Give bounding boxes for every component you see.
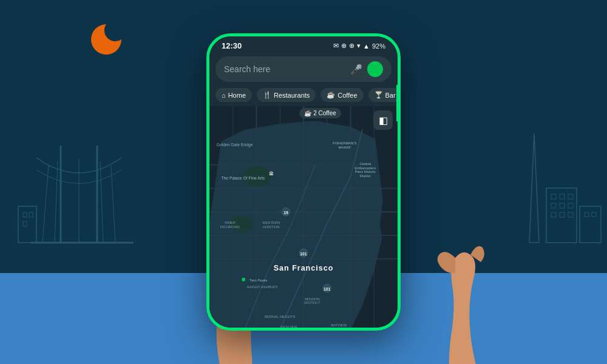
phone-screen: 12:30 ✉ ⊕ ⊕ ▾ ▲ 92% Search here 🎤 [209, 36, 398, 328]
scene: 12:30 ✉ ⊕ ⊕ ▾ ▲ 92% Search here 🎤 [0, 0, 607, 364]
category-coffee[interactable]: ☕ Coffee [320, 88, 363, 102]
svg-text:Twin Peaks: Twin Peaks [249, 278, 268, 282]
signal-icon: ▲ [363, 42, 370, 50]
search-placeholder: Search here [224, 64, 345, 74]
svg-text:19: 19 [283, 211, 288, 215]
category-bar-label: Bar [385, 92, 396, 99]
avatar-dot [367, 61, 383, 77]
coffee-badge[interactable]: ☕ 2 Coffee [299, 108, 341, 118]
status-bar: 12:30 ✉ ⊕ ⊕ ▾ ▲ 92% [209, 36, 398, 53]
category-bar[interactable]: 🍸 Bar [368, 88, 398, 102]
svg-text:MISSION: MISSION [305, 297, 319, 301]
svg-text:HAIGHT-ASHBURY: HAIGHT-ASHBURY [246, 285, 278, 289]
svg-text:FISHERMAN'S: FISHERMAN'S [333, 141, 356, 145]
mic-icon[interactable]: 🎤 [350, 64, 362, 75]
phone-side-button [396, 85, 400, 121]
layers-button[interactable]: ◧ [373, 110, 393, 130]
wifi-icon: ▾ [357, 42, 361, 50]
search-bar[interactable]: Search here 🎤 [215, 56, 392, 82]
map-svg: 101 101 19 Golden Gate Bridge The Palace… [209, 106, 398, 328]
svg-text:Embarcadero: Embarcadero [354, 166, 376, 170]
svg-text:BAYVIEW: BAYVIEW [331, 323, 347, 327]
category-home-label: Home [228, 92, 246, 99]
svg-text:District: District [360, 174, 371, 178]
svg-text:EXCELSIOR: EXCELSIOR [280, 326, 297, 328]
svg-text:ADDITION: ADDITION [263, 225, 280, 229]
svg-text:The Palace Of Fine Arts: The Palace Of Fine Arts [221, 176, 265, 180]
svg-text:🏛: 🏛 [269, 170, 274, 177]
coffee-badge-icon: ☕ [304, 110, 311, 116]
svg-text:DISTRICT: DISTRICT [304, 301, 320, 305]
svg-text:BERNAL HEIGHTS: BERNAL HEIGHTS [265, 315, 295, 318]
categories-row: ⌂ Home 🍴 Restaurants ☕ Coffee 🍸 Bar [209, 86, 398, 106]
svg-point-65 [242, 278, 245, 281]
svg-text:101: 101 [324, 287, 331, 291]
map-area[interactable]: 101 101 19 Golden Gate Bridge The Palace… [209, 106, 398, 328]
bar-icon: 🍸 [375, 91, 383, 99]
svg-text:WHARF: WHARF [338, 146, 351, 149]
svg-text:Piers Historic: Piers Historic [355, 170, 376, 174]
home-icon: ⌂ [222, 92, 226, 99]
svg-text:RICHMOND: RICHMOND [220, 225, 240, 229]
svg-text:San Francisco: San Francisco [274, 264, 334, 272]
category-restaurants[interactable]: 🍴 Restaurants [257, 88, 316, 102]
svg-text:Central: Central [359, 162, 371, 166]
hand-right [376, 224, 486, 364]
category-coffee-label: Coffee [337, 92, 357, 99]
coffee-icon: ☕ [327, 91, 335, 99]
status-time: 12:30 [222, 41, 242, 50]
battery-icon: 92% [372, 42, 385, 50]
svg-text:Golden Gate Bridge: Golden Gate Bridge [217, 143, 253, 147]
svg-text:101: 101 [300, 252, 307, 256]
svg-text:INNER: INNER [225, 221, 236, 224]
coffee-badge-label: 2 Coffee [313, 110, 336, 116]
restaurants-icon: 🍴 [263, 91, 271, 99]
status-icons: ✉ ⊕ ⊕ ▾ ▲ 92% [333, 42, 385, 50]
vpn-icon: ⊕ [349, 42, 354, 50]
location-icon: ⊕ [341, 42, 347, 50]
phone: 12:30 ✉ ⊕ ⊕ ▾ ▲ 92% Search here 🎤 [206, 33, 401, 331]
category-home[interactable]: ⌂ Home [215, 88, 252, 102]
category-restaurants-label: Restaurants [274, 92, 310, 99]
layers-icon: ◧ [379, 115, 388, 126]
mail-icon: ✉ [333, 42, 339, 50]
svg-text:WESTERN: WESTERN [262, 221, 280, 224]
